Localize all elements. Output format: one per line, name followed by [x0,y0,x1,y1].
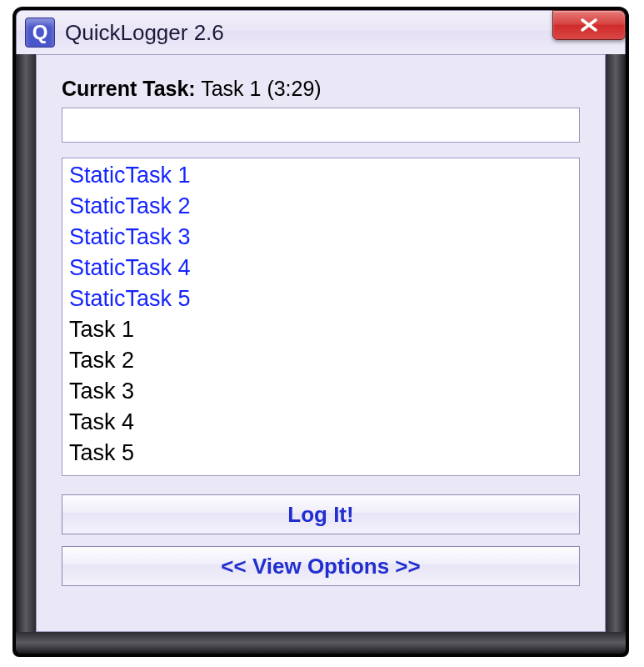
app-icon-letter: Q [32,21,48,44]
log-it-button[interactable]: Log It! [62,494,580,534]
list-item[interactable]: Task 2 [69,345,572,376]
view-options-button[interactable]: << View Options >> [62,546,580,586]
list-item[interactable]: Task 3 [69,376,572,407]
frame-right [606,54,626,632]
window-title: QuickLogger 2.6 [65,20,224,46]
titlebar: Q QuickLogger 2.6 [16,10,626,55]
list-item[interactable]: StaticTask 5 [69,283,572,314]
list-item[interactable]: Task 4 [69,407,572,438]
list-item[interactable]: StaticTask 2 [69,191,572,222]
app-icon: Q [25,18,55,48]
current-task-line: Current Task: Task 1 (3:29) [62,77,580,101]
task-input[interactable] [62,108,580,143]
task-listbox[interactable]: StaticTask 1StaticTask 2StaticTask 3Stat… [62,158,580,476]
client-area: Current Task: Task 1 (3:29) StaticTask 1… [36,54,606,632]
window-frame: Q QuickLogger 2.6 Current Task: Task 1 (… [12,7,629,657]
close-icon [578,18,600,33]
current-task-value: Task 1 (3:29) [201,77,322,100]
list-item[interactable]: Task 1 [69,314,572,345]
list-item[interactable]: StaticTask 1 [69,160,572,191]
frame-left [16,54,36,632]
list-item[interactable]: StaticTask 4 [69,253,572,283]
list-item[interactable]: Task 5 [69,438,572,469]
current-task-label: Current Task: [62,77,196,100]
close-button[interactable] [552,10,626,40]
frame-bottom [16,632,626,654]
list-item[interactable]: StaticTask 3 [69,222,572,253]
